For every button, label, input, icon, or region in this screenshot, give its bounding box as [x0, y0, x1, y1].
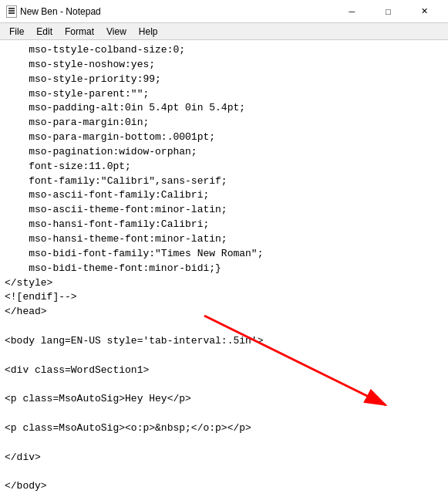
maximize-button[interactable]: □ [371, 4, 406, 19]
editor-container: mso-tstyle-colband-size:0; mso-style-nos… [0, 40, 448, 504]
window-title: New Ben - Notepad [20, 6, 335, 17]
menu-edit[interactable]: Edit [30, 25, 59, 39]
menu-bar: File Edit Format View Help [0, 23, 448, 40]
app-icon [6, 5, 17, 18]
menu-view[interactable]: View [100, 25, 133, 39]
minimize-button[interactable]: ─ [335, 4, 369, 19]
close-button[interactable]: ✕ [407, 4, 442, 19]
title-bar: New Ben - Notepad ─ □ ✕ [0, 0, 448, 23]
menu-format[interactable]: Format [59, 25, 100, 39]
menu-help[interactable]: Help [133, 25, 164, 39]
menu-file[interactable]: File [3, 25, 30, 39]
window-controls: ─ □ ✕ [335, 4, 442, 19]
editor-content[interactable]: mso-tstyle-colband-size:0; mso-style-nos… [0, 40, 448, 504]
